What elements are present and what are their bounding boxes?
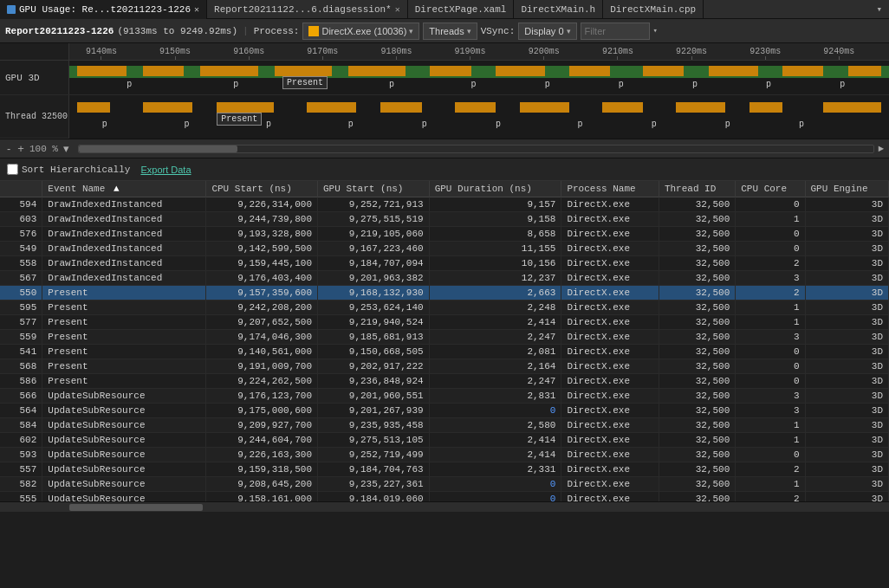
cell-event: UpdateSubResource: [42, 404, 206, 418]
thread-row-content[interactable]: p p p p p p p p p p Present: [69, 95, 889, 139]
tab-gpu-usage[interactable]: GPU Usage: Re...t20211223-1226 ✕: [0, 0, 207, 19]
cell-cpucore: 0: [736, 359, 805, 374]
tab-close-gpu[interactable]: ✕: [194, 4, 199, 15]
cell-tid: 32,500: [659, 286, 735, 300]
col-header-cpucore[interactable]: CPU Core: [736, 181, 805, 197]
table-row[interactable]: 550 Present 9,157,359,600 9,168,132,930 …: [0, 286, 889, 300]
table-row[interactable]: 567 DrawIndexedInstanced 9,176,403,400 9…: [0, 271, 889, 286]
cell-gpueng: 3D: [805, 212, 888, 227]
sort-hierarchically-checkbox[interactable]: [7, 164, 18, 175]
gpu-frame-5: [430, 66, 470, 76]
cell-cpustart: 9,244,739,800: [206, 212, 318, 227]
cell-id: 541: [0, 345, 42, 359]
col-header-event[interactable]: Event Name ▲: [42, 181, 206, 197]
table-row[interactable]: 568 Present 9,191,009,700 9,202,917,222 …: [0, 359, 889, 374]
table-row[interactable]: 586 Present 9,224,262,500 9,236,848,924 …: [0, 374, 889, 389]
col-header-cpustart[interactable]: CPU Start (ns): [206, 181, 318, 197]
cell-gpudur: 2,247: [429, 374, 561, 389]
table-row[interactable]: 577 Present 9,207,652,500 9,219,940,524 …: [0, 315, 889, 330]
table-row[interactable]: 555 UpdateSubResource 9,158,161,000 9,18…: [0, 492, 889, 502]
tab-directxmain-cpp[interactable]: DirectXMain.cpp: [603, 0, 704, 19]
table-row[interactable]: 541 Present 9,140,561,000 9,150,668,505 …: [0, 345, 889, 359]
sort-hierarchically-label[interactable]: Sort Hierarchically: [7, 164, 130, 175]
cell-tid: 32,500: [659, 227, 735, 242]
cell-gpustart: 9,184,707,094: [318, 256, 430, 271]
cell-gpudur: 8,658: [429, 227, 561, 242]
table-row[interactable]: 557 UpdateSubResource 9,159,318,500 9,18…: [0, 462, 889, 477]
table-row[interactable]: 549 DrawIndexedInstanced 9,142,599,500 9…: [0, 242, 889, 256]
data-table-wrapper[interactable]: Event Name ▲ CPU Start (ns) GPU Start (n…: [0, 181, 889, 501]
scroll-right-icon[interactable]: ►: [878, 144, 884, 154]
cell-gpustart: 9,219,940,524: [318, 315, 430, 330]
cell-gpueng: 3D: [805, 374, 888, 389]
threads-dropdown[interactable]: Threads ▾: [423, 23, 477, 40]
cell-proc: DirectX.exe: [561, 256, 659, 271]
display-arrow-icon: ▾: [567, 27, 571, 36]
cell-tid: 32,500: [659, 418, 735, 433]
gpu-frame-6: [496, 66, 545, 76]
tab-close-report[interactable]: ✕: [395, 4, 400, 15]
filter-input[interactable]: [581, 23, 650, 40]
ruler-tick-1: 9150ms: [159, 47, 191, 60]
cell-id: 549: [0, 242, 42, 256]
tab-directxpage[interactable]: DirectXPage.xaml: [408, 0, 515, 19]
col-header-gpustart[interactable]: GPU Start (ns): [318, 181, 430, 197]
cell-tid: 32,500: [659, 389, 735, 404]
thread-p-4: p: [422, 120, 427, 129]
table-row[interactable]: 559 Present 9,174,046,300 9,185,681,913 …: [0, 330, 889, 345]
filter-arrow-icon[interactable]: ▾: [653, 26, 658, 36]
table-row[interactable]: 584 UpdateSubResource 9,209,927,700 9,23…: [0, 418, 889, 433]
gpu-p-0: p: [127, 80, 132, 89]
table-row[interactable]: 558 DrawIndexedInstanced 9,159,445,100 9…: [0, 256, 889, 271]
tab-directxmain-h[interactable]: DirectXMain.h: [514, 0, 603, 19]
export-data-button[interactable]: Export Data: [140, 165, 191, 175]
thread-frame-4: [380, 102, 421, 113]
cell-proc: DirectX.exe: [561, 389, 659, 404]
cell-tid: 32,500: [659, 374, 735, 389]
display-dropdown[interactable]: Display 0 ▾: [518, 23, 576, 40]
col-header-gpudur[interactable]: GPU Duration (ns): [429, 181, 561, 197]
table-row[interactable]: 594 DrawIndexedInstanced 9,226,314,000 9…: [0, 197, 889, 212]
cell-gpustart: 9,202,917,222: [318, 359, 430, 374]
cell-cpustart: 9,157,359,600: [206, 286, 318, 300]
cell-event: DrawIndexedInstanced: [42, 212, 206, 227]
process-dropdown[interactable]: DirectX.exe (10036) ▾: [302, 23, 419, 40]
col-header-tid[interactable]: Thread ID: [659, 181, 735, 197]
table-row[interactable]: 566 UpdateSubResource 9,176,123,700 9,20…: [0, 389, 889, 404]
thread-p-0: p: [102, 120, 107, 129]
cell-gpueng: 3D: [805, 315, 888, 330]
ruler-tick-4: 9180ms: [380, 47, 412, 60]
cell-proc: DirectX.exe: [561, 345, 659, 359]
ruler-row: 9140ms 9150ms 9160ms 9170ms 9180ms 9190m…: [0, 43, 889, 61]
gpu-3d-content[interactable]: p p p p p p p p p p Present: [69, 61, 889, 94]
tab-report-session[interactable]: Report20211122...6.diagsession* ✕: [207, 0, 408, 19]
gpu-frame-1: [143, 66, 184, 76]
chevron-down-icon[interactable]: ▾: [873, 3, 886, 15]
cell-gpueng: 3D: [805, 271, 888, 286]
zoom-plus-button[interactable]: +: [16, 142, 26, 155]
table-row[interactable]: 602 UpdateSubResource 9,244,604,700 9,27…: [0, 433, 889, 448]
table-row[interactable]: 593 UpdateSubResource 9,226,163,300 9,25…: [0, 448, 889, 462]
table-row[interactable]: 603 DrawIndexedInstanced 9,244,739,800 9…: [0, 212, 889, 227]
timeline-scrollbar[interactable]: [78, 145, 874, 153]
thread-p-5: p: [496, 120, 501, 129]
zoom-reset-button[interactable]: ▾: [62, 142, 71, 155]
horizontal-scrollbar[interactable]: [0, 501, 889, 512]
table-row[interactable]: 582 UpdateSubResource 9,208,645,200 9,23…: [0, 477, 889, 492]
table-row[interactable]: 595 Present 9,242,208,200 9,253,624,140 …: [0, 300, 889, 315]
cell-gpueng: 3D: [805, 433, 888, 448]
table-row[interactable]: 576 DrawIndexedInstanced 9,193,328,800 9…: [0, 227, 889, 242]
gpu-frame-10: [782, 66, 823, 76]
cell-cpustart: 9,175,000,600: [206, 404, 318, 418]
ruler-tick-7: 9210ms: [602, 47, 633, 60]
cell-gpudur: 2,414: [429, 448, 561, 462]
cell-id: 594: [0, 197, 42, 212]
zoom-minus-button[interactable]: -: [5, 142, 12, 155]
cell-gpustart: 9,168,132,930: [318, 286, 430, 300]
cell-gpustart: 9,275,513,105: [318, 433, 430, 448]
col-header-id[interactable]: [0, 181, 42, 197]
table-row[interactable]: 564 UpdateSubResource 9,175,000,600 9,20…: [0, 404, 889, 418]
col-header-proc[interactable]: Process Name: [561, 181, 659, 197]
cell-gpudur: 9,158: [429, 212, 561, 227]
col-header-gpueng[interactable]: GPU Engine: [805, 181, 888, 197]
